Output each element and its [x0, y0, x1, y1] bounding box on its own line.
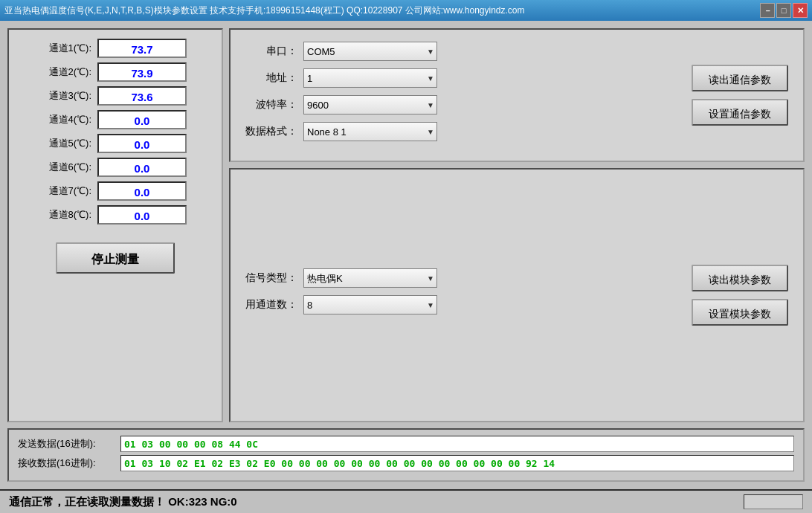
title-text: 亚当热电偶温度信号(K,E,J,N,T,R,B,S)模块参数设置 技术支持手机:… [4, 4, 525, 17]
port-select-wrapper[interactable]: COM5 COM1 COM2 COM3 COM4 COM6 [303, 42, 437, 61]
window-controls: － □ ✕ [760, 3, 808, 18]
addr-label: 地址： [245, 71, 297, 85]
comm-settings-box: 串口： COM5 COM1 COM2 COM3 COM4 COM6 [229, 28, 805, 162]
channel-6-label: 通道6(℃): [21, 161, 91, 174]
channel-row-7: 通道7(℃): 0.0 [21, 181, 210, 201]
send-data-label: 发送数据(16进制): [18, 437, 115, 451]
channel-row-2: 通道2(℃): 73.9 [21, 62, 210, 82]
module-settings-box: 信号类型： 热电偶K 热电偶E 热电偶J 热电偶N 热电偶T 热电偶R 热电偶B… [229, 168, 805, 422]
channel-2-value: 73.9 [97, 62, 187, 82]
signal-label: 信号类型： [245, 271, 297, 285]
channel-6-value: 0.0 [97, 158, 187, 177]
channel-2-label: 通道2(℃): [21, 65, 91, 79]
channel-count-select-wrapper[interactable]: 8 1 2 3 4 5 6 7 [303, 295, 437, 314]
top-row: 通道1(℃): 73.7 通道2(℃): 73.9 通道3(℃): 73.6 通… [7, 28, 805, 422]
addr-select[interactable]: 1 2 3 4 5 6 7 8 [303, 68, 437, 88]
channel-3-label: 通道3(℃): [21, 89, 91, 103]
baud-row: 波特率： 9600 1200 2400 4800 19200 38400 115… [245, 95, 677, 114]
format-row: 数据格式： None 8 1 Even 8 1 Odd 8 1 [245, 122, 677, 141]
channel-1-label: 通道1(℃): [21, 42, 91, 55]
comm-action-buttons: 读出通信参数 设置通信参数 [692, 65, 788, 126]
status-indicator [744, 494, 803, 509]
comm-form: 串口： COM5 COM1 COM2 COM3 COM4 COM6 [245, 42, 677, 149]
send-data-row: 发送数据(16进制): 01 03 00 00 00 08 44 0C [18, 436, 794, 452]
read-comm-button[interactable]: 读出通信参数 [692, 65, 788, 91]
send-data-value: 01 03 00 00 00 08 44 0C [120, 436, 794, 452]
channel-row-4: 通道4(℃): 0.0 [21, 110, 210, 129]
module-form: 信号类型： 热电偶K 热电偶E 热电偶J 热电偶N 热电偶T 热电偶R 热电偶B… [245, 268, 677, 322]
maximize-button[interactable]: □ [776, 3, 791, 18]
channel-row-3: 通道3(℃): 73.6 [21, 86, 210, 106]
addr-select-wrapper[interactable]: 1 2 3 4 5 6 7 8 [303, 68, 437, 88]
format-select-wrapper[interactable]: None 8 1 Even 8 1 Odd 8 1 [303, 122, 437, 141]
channel-row-5: 通道5(℃): 0.0 [21, 134, 210, 153]
minimize-button[interactable]: － [760, 3, 775, 18]
set-comm-button[interactable]: 设置通信参数 [692, 99, 788, 126]
port-select[interactable]: COM5 COM1 COM2 COM3 COM4 COM6 [303, 42, 437, 61]
signal-row: 信号类型： 热电偶K 热电偶E 热电偶J 热电偶N 热电偶T 热电偶R 热电偶B… [245, 268, 677, 288]
baud-select[interactable]: 9600 1200 2400 4800 19200 38400 115200 [303, 95, 437, 114]
channel-3-value: 73.6 [97, 86, 187, 106]
channel-count-label: 用通道数： [245, 298, 297, 312]
channels-panel: 通道1(℃): 73.7 通道2(℃): 73.9 通道3(℃): 73.6 通… [7, 28, 223, 422]
recv-data-row: 接收数据(16进制): 01 03 10 02 E1 02 E3 02 E0 0… [18, 455, 794, 471]
module-action-buttons: 读出模块参数 设置模块参数 [692, 265, 788, 326]
signal-select-wrapper[interactable]: 热电偶K 热电偶E 热电偶J 热电偶N 热电偶T 热电偶R 热电偶B 热电偶S [303, 268, 437, 288]
main-content: 通道1(℃): 73.7 通道2(℃): 73.9 通道3(℃): 73.6 通… [0, 21, 812, 489]
title-bar: 亚当热电偶温度信号(K,E,J,N,T,R,B,S)模块参数设置 技术支持手机:… [0, 0, 812, 21]
close-button[interactable]: ✕ [793, 3, 808, 18]
port-label: 串口： [245, 45, 297, 58]
channel-4-value: 0.0 [97, 110, 187, 129]
channel-5-value: 0.0 [97, 134, 187, 153]
channel-8-label: 通道8(℃): [21, 208, 91, 222]
stop-measure-button[interactable]: 停止测量 [56, 242, 175, 274]
format-label: 数据格式： [245, 125, 297, 138]
status-text: 通信正常，正在读取测量数据！ OK:323 NG:0 [9, 495, 237, 509]
channel-7-label: 通道7(℃): [21, 184, 91, 198]
format-select[interactable]: None 8 1 Even 8 1 Odd 8 1 [303, 122, 437, 141]
channel-row-8: 通道8(℃): 0.0 [21, 205, 210, 225]
baud-label: 波特率： [245, 98, 297, 112]
status-bar: 通信正常，正在读取测量数据！ OK:323 NG:0 [0, 489, 812, 513]
channel-8-value: 0.0 [97, 205, 187, 225]
set-module-button[interactable]: 设置模块参数 [692, 299, 788, 326]
baud-select-wrapper[interactable]: 9600 1200 2400 4800 19200 38400 115200 [303, 95, 437, 114]
read-module-button[interactable]: 读出模块参数 [692, 265, 788, 291]
channel-count-select[interactable]: 8 1 2 3 4 5 6 7 [303, 295, 437, 314]
recv-data-label: 接收数据(16进制): [18, 456, 115, 470]
channel-7-value: 0.0 [97, 181, 187, 201]
addr-row: 地址： 1 2 3 4 5 6 7 8 [245, 68, 677, 88]
port-row: 串口： COM5 COM1 COM2 COM3 COM4 COM6 [245, 42, 677, 61]
channel-count-row: 用通道数： 8 1 2 3 4 5 6 7 [245, 295, 677, 314]
recv-data-value: 01 03 10 02 E1 02 E3 02 E0 00 00 00 00 0… [120, 455, 794, 471]
channel-5-label: 通道5(℃): [21, 137, 91, 150]
data-area: 发送数据(16进制): 01 03 00 00 00 08 44 0C 接收数据… [7, 428, 805, 482]
channel-row-6: 通道6(℃): 0.0 [21, 158, 210, 177]
channel-1-value: 73.7 [97, 39, 187, 58]
channel-4-label: 通道4(℃): [21, 113, 91, 126]
signal-select[interactable]: 热电偶K 热电偶E 热电偶J 热电偶N 热电偶T 热电偶R 热电偶B 热电偶S [303, 268, 437, 288]
right-panel: 串口： COM5 COM1 COM2 COM3 COM4 COM6 [229, 28, 805, 422]
channel-row-1: 通道1(℃): 73.7 [21, 39, 210, 58]
